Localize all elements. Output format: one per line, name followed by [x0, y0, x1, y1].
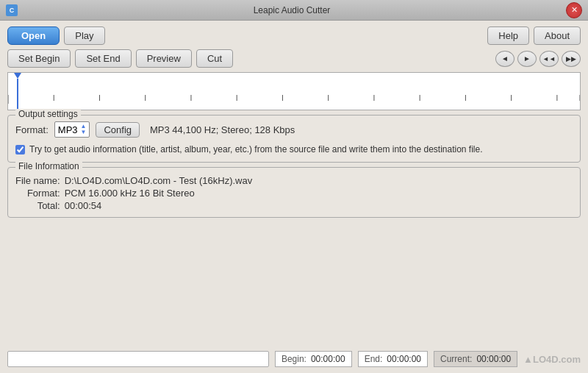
titlebar: C Leapic Audio Cutter ✕: [0, 0, 588, 21]
end-label: End:: [365, 354, 383, 364]
current-val: 00:00:00: [476, 354, 511, 364]
titlebar-title: Leapic Audio Cutter: [18, 5, 566, 15]
output-settings-group: Output settings Format: MP3 ▲ ▼ Config M…: [7, 115, 581, 163]
help-button[interactable]: Help: [487, 26, 529, 45]
format-val: PCM 16.000 kHz 16 Bit Stereo: [65, 188, 573, 199]
config-button[interactable]: Config: [96, 122, 140, 138]
transport-forward-button[interactable]: ▶▶: [562, 51, 581, 67]
begin-val: 00:00:00: [311, 354, 345, 364]
play-button[interactable]: Play: [64, 26, 104, 45]
current-time-group: Current: 00:00:00: [434, 351, 517, 367]
set-end-button[interactable]: Set End: [75, 49, 131, 68]
filename-val: D:\LO4D.com\LO4D.com - Test (16kHz).wav: [65, 175, 573, 186]
set-begin-button[interactable]: Set Begin: [7, 49, 71, 68]
watermark: ▲LO4D.com: [520, 354, 581, 365]
timeline-ruler: [8, 95, 580, 110]
preview-button[interactable]: Preview: [136, 49, 192, 68]
begin-label: Begin:: [282, 354, 306, 364]
end-val: 00:00:00: [387, 354, 421, 364]
format-info: MP3 44,100 Hz; Stereo; 128 Kbps: [150, 124, 295, 135]
audio-info-checkbox[interactable]: [15, 145, 25, 154]
current-label: Current:: [440, 354, 472, 364]
about-button[interactable]: About: [534, 26, 581, 45]
format-label: Format:: [15, 124, 49, 135]
format-key: Format:: [15, 188, 60, 199]
transport-prev-button[interactable]: ◄: [495, 51, 514, 67]
cut-button[interactable]: Cut: [196, 49, 233, 68]
open-button[interactable]: Open: [7, 26, 60, 45]
filename-input[interactable]: [7, 351, 269, 367]
audio-info-label: Try to get audio information (title, art…: [29, 143, 483, 156]
timeline-area[interactable]: [7, 72, 581, 110]
titlebar-icon: C: [6, 4, 18, 16]
transport-rewind-button[interactable]: ◄◄: [539, 51, 559, 67]
transport-next-button[interactable]: ►: [517, 51, 537, 67]
arrow-down-icon: ▼: [81, 129, 87, 135]
format-select[interactable]: MP3 ▲ ▼: [54, 121, 90, 138]
total-val: 00:00:54: [65, 200, 573, 211]
format-value: MP3: [58, 124, 78, 135]
end-time-group: End: 00:00:00: [358, 351, 428, 367]
file-info-group: File Information File name: D:\LO4D.com\…: [7, 167, 581, 218]
file-info-label: File Information: [15, 161, 82, 171]
output-settings-label: Output settings: [15, 109, 81, 119]
begin-time-group: Begin: 00:00:00: [275, 351, 352, 367]
total-key: Total:: [15, 200, 60, 211]
close-button[interactable]: ✕: [566, 2, 582, 18]
filename-key: File name:: [15, 175, 60, 186]
